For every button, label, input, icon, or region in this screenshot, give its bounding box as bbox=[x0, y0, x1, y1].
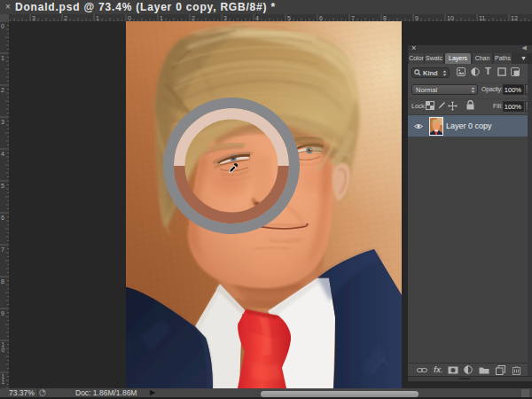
svg-text:1: 1 bbox=[160, 15, 163, 21]
svg-text:7: 7 bbox=[351, 15, 355, 21]
svg-text:3: 3 bbox=[32, 15, 35, 21]
svg-text:6: 6 bbox=[319, 15, 323, 21]
svg-text:2: 2 bbox=[1, 87, 4, 93]
svg-text:10: 10 bbox=[447, 15, 454, 21]
svg-text:2: 2 bbox=[192, 15, 195, 21]
svg-text:9: 9 bbox=[415, 15, 419, 21]
svg-text:3: 3 bbox=[1, 119, 4, 125]
svg-text:1: 1 bbox=[2, 379, 5, 385]
svg-text:8: 8 bbox=[383, 15, 387, 21]
svg-text:11: 11 bbox=[479, 15, 485, 21]
svg-text:9: 9 bbox=[1, 310, 4, 317]
svg-text:1: 1 bbox=[1, 55, 4, 61]
svg-text:0: 0 bbox=[128, 15, 131, 21]
svg-text:4: 4 bbox=[255, 15, 259, 21]
svg-text:0: 0 bbox=[2, 347, 5, 353]
svg-text:5: 5 bbox=[1, 183, 4, 189]
svg-text:7: 7 bbox=[1, 246, 4, 253]
svg-text:8: 8 bbox=[1, 278, 4, 285]
svg-text:3: 3 bbox=[223, 15, 227, 21]
svg-text:2: 2 bbox=[64, 15, 67, 21]
svg-text:0: 0 bbox=[1, 23, 4, 29]
svg-text:4: 4 bbox=[1, 151, 4, 157]
svg-text:5: 5 bbox=[287, 15, 291, 21]
svg-text:6: 6 bbox=[1, 215, 4, 221]
svg-text:1: 1 bbox=[96, 15, 99, 21]
svg-text:12: 12 bbox=[511, 15, 518, 21]
